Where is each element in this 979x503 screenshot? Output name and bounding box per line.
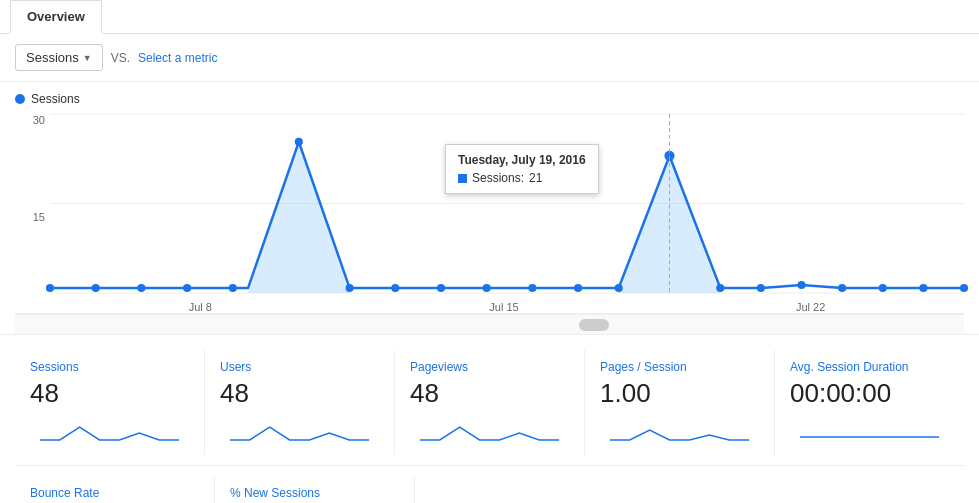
sessions-dropdown[interactable]: Sessions ▼ bbox=[15, 44, 103, 71]
metric-name-bounce-rate[interactable]: Bounce Rate bbox=[30, 486, 199, 500]
svg-point-12 bbox=[391, 284, 399, 292]
metric-name-users[interactable]: Users bbox=[220, 360, 379, 374]
metric-card-bounce-rate: Bounce Rate 100.00% bbox=[15, 476, 215, 503]
metric-value-pages-per-session: 1.00 bbox=[600, 378, 759, 409]
legend-label: Sessions bbox=[31, 92, 80, 106]
metric-value-sessions: 48 bbox=[30, 378, 189, 409]
tab-overview[interactable]: Overview bbox=[10, 0, 102, 34]
svg-point-5 bbox=[46, 284, 54, 292]
svg-point-17 bbox=[615, 284, 623, 292]
svg-marker-3 bbox=[248, 142, 350, 293]
scrollbar-thumb[interactable] bbox=[579, 319, 609, 331]
svg-point-13 bbox=[437, 284, 445, 292]
svg-point-10 bbox=[295, 138, 303, 146]
svg-point-11 bbox=[346, 284, 354, 292]
chart-inner bbox=[50, 114, 964, 293]
y-label-top: 30 bbox=[15, 114, 50, 126]
svg-point-23 bbox=[879, 284, 887, 292]
vs-label: VS. bbox=[111, 51, 130, 65]
metric-name-new-sessions[interactable]: % New Sessions bbox=[230, 486, 399, 500]
svg-point-9 bbox=[229, 284, 237, 292]
tab-bar: Overview bbox=[0, 0, 979, 34]
sparkline-users bbox=[220, 415, 379, 445]
scrollbar-area[interactable] bbox=[15, 314, 964, 334]
legend-dot bbox=[15, 94, 25, 104]
svg-point-14 bbox=[483, 284, 491, 292]
chevron-down-icon: ▼ bbox=[83, 53, 92, 63]
metric-name-pages-per-session[interactable]: Pages / Session bbox=[600, 360, 759, 374]
sparkline-sessions bbox=[30, 415, 189, 445]
metric-card-pages-per-session: Pages / Session 1.00 bbox=[585, 350, 775, 455]
chart-legend: Sessions bbox=[15, 92, 964, 106]
metric-card-new-sessions: % New Sessions 100.00% bbox=[215, 476, 415, 503]
x-label-jul22: Jul 22 bbox=[796, 301, 825, 313]
metrics-row2-spacer bbox=[415, 476, 964, 503]
chart-svg bbox=[50, 114, 964, 293]
metric-value-avg-session-duration: 00:00:00 bbox=[790, 378, 949, 409]
svg-marker-4 bbox=[619, 156, 721, 293]
metric-card-pageviews: Pageviews 48 bbox=[395, 350, 585, 455]
select-metric-link[interactable]: Select a metric bbox=[138, 51, 217, 65]
svg-point-25 bbox=[960, 284, 968, 292]
metrics-row-1: Sessions 48 Users 48 Pageviews 48 bbox=[15, 350, 964, 455]
svg-point-24 bbox=[919, 284, 927, 292]
y-axis: 30 15 bbox=[15, 114, 50, 313]
x-label-jul15: Jul 15 bbox=[489, 301, 518, 313]
x-axis: Jul 8 Jul 15 Jul 22 bbox=[50, 301, 964, 313]
x-label-jul8: Jul 8 bbox=[189, 301, 212, 313]
svg-point-21 bbox=[797, 281, 805, 289]
metric-name-pageviews[interactable]: Pageviews bbox=[410, 360, 569, 374]
metrics-section: Sessions 48 Users 48 Pageviews 48 bbox=[0, 334, 979, 503]
svg-point-7 bbox=[137, 284, 145, 292]
metric-name-avg-session-duration[interactable]: Avg. Session Duration bbox=[790, 360, 949, 374]
dropdown-label: Sessions bbox=[26, 50, 79, 65]
chart-area: 30 15 bbox=[15, 114, 964, 314]
svg-point-6 bbox=[92, 284, 100, 292]
metric-name-sessions[interactable]: Sessions bbox=[30, 360, 189, 374]
svg-point-22 bbox=[838, 284, 846, 292]
y-label-mid: 15 bbox=[15, 211, 50, 223]
chart-container: Sessions 30 15 bbox=[0, 82, 979, 334]
sparkline-avg-session-duration bbox=[790, 415, 949, 445]
metric-card-avg-session-duration: Avg. Session Duration 00:00:00 bbox=[775, 350, 964, 455]
sparkline-pages-per-session bbox=[600, 415, 759, 445]
metric-card-users: Users 48 bbox=[205, 350, 395, 455]
metric-card-sessions: Sessions 48 bbox=[15, 350, 205, 455]
metric-value-pageviews: 48 bbox=[410, 378, 569, 409]
sparkline-pageviews bbox=[410, 415, 569, 445]
toolbar: Sessions ▼ VS. Select a metric bbox=[0, 34, 979, 82]
svg-point-15 bbox=[528, 284, 536, 292]
metrics-row-2: Bounce Rate 100.00% % New Sessions 100.0… bbox=[15, 476, 964, 503]
svg-point-19 bbox=[716, 284, 724, 292]
svg-point-8 bbox=[183, 284, 191, 292]
metric-value-users: 48 bbox=[220, 378, 379, 409]
svg-point-20 bbox=[757, 284, 765, 292]
svg-point-16 bbox=[574, 284, 582, 292]
